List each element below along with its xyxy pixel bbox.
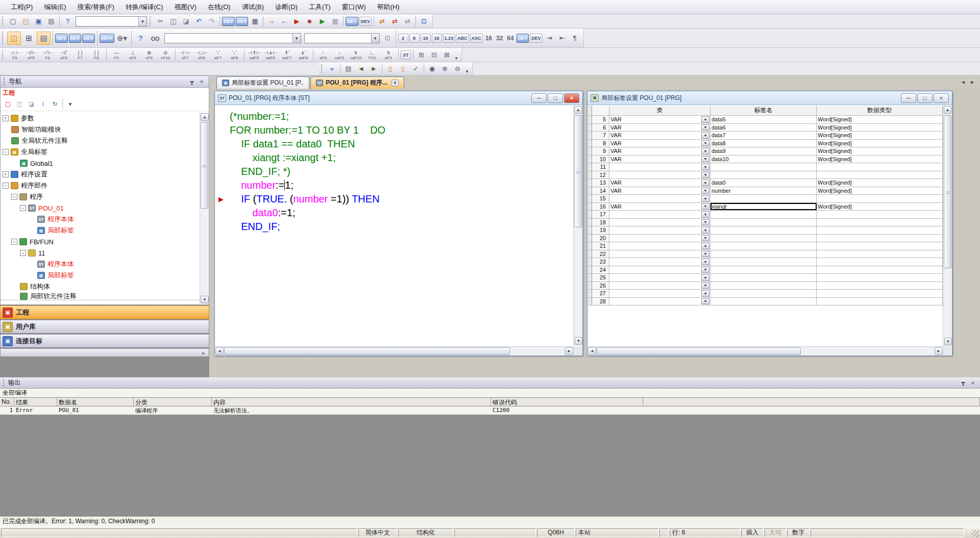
menu-item-3[interactable]: 转换/编译(C) xyxy=(120,0,169,14)
menu-item-8[interactable]: 工具(T) xyxy=(303,0,336,14)
lock-icon[interactable]: ⊡ xyxy=(382,33,394,44)
chevron-down-icon[interactable]: ▼ xyxy=(701,172,709,178)
close-icon[interactable]: × xyxy=(198,78,206,86)
chevron-down-icon[interactable]: ▼ xyxy=(701,156,709,163)
scroll-down-icon[interactable]: ▼ xyxy=(944,338,952,345)
collapse-icon[interactable]: − xyxy=(3,183,9,189)
element-selection-icon[interactable]: ⊞ xyxy=(22,32,36,45)
label-name-cell[interactable] xyxy=(710,211,817,218)
tree-item-程序本体[interactable]: ST程序本体 xyxy=(1,259,200,270)
class-cell[interactable]: ▼ xyxy=(609,219,710,226)
display-real-icon[interactable]: 1.23 xyxy=(443,34,455,43)
scroll-right-icon[interactable]: ► xyxy=(935,347,943,355)
scroll-left-icon[interactable]: ◄ xyxy=(588,347,596,355)
class-cell[interactable]: ▼ xyxy=(609,163,710,171)
data-type-cell[interactable] xyxy=(817,298,943,305)
toolbar-overflow-icon[interactable]: ▾ xyxy=(464,62,470,75)
navigation-window-icon[interactable]: ◫ xyxy=(7,32,21,45)
bookmark-icon[interactable]: ▯ xyxy=(384,63,396,74)
data-type-cell[interactable] xyxy=(817,266,943,274)
label-row-7[interactable]: 7VAR▼data7Word[Signed] xyxy=(588,132,943,140)
menu-item-1[interactable]: 编辑(E) xyxy=(38,0,71,14)
data-type-cell[interactable] xyxy=(817,250,943,258)
class-cell[interactable]: ▼ xyxy=(609,250,710,258)
chevron-down-icon[interactable]: ▼ xyxy=(701,148,709,155)
falling-pulse-close-icon[interactable]: ⊣↡⊢saF6 xyxy=(263,48,278,62)
class-cell[interactable]: ▼ xyxy=(609,258,710,266)
data-type-cell[interactable]: Word[Signed] xyxy=(817,140,943,147)
tree-item-POU_01[interactable]: −STPOU_01 xyxy=(1,202,200,214)
display-hex-icon[interactable]: 16 xyxy=(432,34,442,43)
close-branch-icon[interactable]: ⊣/'sF6 xyxy=(56,48,71,62)
class-cell[interactable]: VAR▼ xyxy=(609,140,710,147)
invert-operation-icon[interactable]: ↑aF5 xyxy=(315,48,331,62)
label-row-8[interactable]: 8VAR▼data8Word[Signed] xyxy=(588,140,943,148)
chevron-down-icon[interactable]: ▼ xyxy=(701,251,709,258)
chevron-down-icon[interactable]: ▼ xyxy=(701,124,709,131)
tree-item-程序[interactable]: −程序 xyxy=(1,191,200,202)
data-type-cell[interactable] xyxy=(817,258,943,266)
application-instruction-icon[interactable]: { }F8 xyxy=(89,48,104,62)
label-row-9[interactable]: 9VAR▼data9Word[Signed] xyxy=(588,147,943,156)
device-test-icon[interactable]: ▦ xyxy=(249,16,261,27)
class-cell[interactable]: VAR▼ xyxy=(609,124,710,132)
scroll-up-icon[interactable]: ▲ xyxy=(201,113,209,121)
display-abc-icon[interactable]: ABC xyxy=(456,34,469,43)
verify-icon[interactable]: ⇄ xyxy=(389,16,401,27)
chevron-down-icon[interactable]: ▼ xyxy=(701,290,709,297)
data-type-cell[interactable] xyxy=(817,226,943,234)
collapse-icon[interactable]: − xyxy=(11,194,17,200)
pin-icon[interactable]: ┳ xyxy=(188,78,196,86)
data-type-cell[interactable]: Word[Signed] xyxy=(817,116,943,123)
tree-item-局部软元件注释[interactable]: 局部软元件注释 xyxy=(1,292,200,300)
data-type-cell[interactable] xyxy=(817,195,943,202)
close-contact-icon[interactable]: ⊣/⊢sF5 xyxy=(23,48,39,62)
rising-pulse-close-icon[interactable]: ⊣↟⊢saF5 xyxy=(247,48,262,62)
menu-item-2[interactable]: 搜索/替换(F) xyxy=(72,0,120,14)
label-name-cell[interactable]: data0 xyxy=(710,179,817,187)
zoom-in-icon[interactable]: ⊕ xyxy=(439,63,451,74)
expand-icon[interactable]: + xyxy=(3,171,9,177)
display-octal-icon[interactable]: 8 xyxy=(409,34,420,43)
end-line-icon[interactable]: ∟F10 xyxy=(364,48,380,62)
coil-icon[interactable]: ( )F7 xyxy=(72,48,88,62)
cross-reference-icon[interactable]: oo xyxy=(149,32,162,45)
data-type-cell[interactable]: Word[Signed] xyxy=(817,203,943,211)
class-cell[interactable]: VAR▼ xyxy=(609,147,710,155)
chevron-down-icon[interactable]: ▼ xyxy=(701,211,709,218)
close-icon[interactable]: × xyxy=(969,379,977,387)
label-name-cell[interactable]: data6 xyxy=(710,124,817,132)
new-project-icon[interactable]: ▢ xyxy=(7,16,19,27)
label-row-13[interactable]: 13VAR▼data0Word[Signed] xyxy=(588,179,943,187)
data-type-cell[interactable] xyxy=(817,242,943,250)
panel-grip[interactable] xyxy=(3,379,5,387)
label-row-15[interactable]: 15▼ xyxy=(588,195,943,203)
chevron-down-icon[interactable]: ▼ xyxy=(701,140,709,147)
chevron-down-icon[interactable]: ▼ xyxy=(701,259,709,265)
read-from-plc-icon[interactable]: ← xyxy=(278,16,290,27)
project-selector-combo[interactable]: ▾ xyxy=(76,16,147,27)
label-row-27[interactable]: 27▼ xyxy=(588,290,943,298)
label-row-26[interactable]: 26▼ xyxy=(588,282,943,290)
label-window-titlebar[interactable]: ▦ 局部标签设置 POU_01 [PRG] ─ □ × xyxy=(587,91,952,105)
tab-scroll-left-icon[interactable]: ◄ xyxy=(959,78,968,86)
find-device-icon[interactable]: ⊕▾ xyxy=(115,32,129,45)
resize-grip[interactable] xyxy=(972,530,979,537)
menu-item-9[interactable]: 窗口(W) xyxy=(336,0,372,14)
tree-item-程序本体[interactable]: ST程序本体 xyxy=(1,214,200,225)
label-row-17[interactable]: 17▼ xyxy=(588,211,943,219)
class-cell[interactable]: VAR▼ xyxy=(609,179,710,187)
display-binary-icon[interactable]: 2 xyxy=(398,34,408,43)
chevron-down-icon[interactable]: ▼ xyxy=(701,227,709,234)
monitor-start-icon[interactable]: ▶ xyxy=(291,16,303,27)
nav-refresh-icon[interactable]: ↻ xyxy=(50,99,60,109)
write-to-plc-icon[interactable]: → xyxy=(265,16,277,27)
convert-operation-icon[interactable]: ↓caF5 xyxy=(332,48,347,62)
label-row-18[interactable]: 18▼ xyxy=(588,219,943,227)
data-type-cell[interactable] xyxy=(817,282,943,290)
label-name-cell[interactable] xyxy=(710,219,817,226)
nav-sort-icon[interactable]: ▾ xyxy=(65,99,76,109)
close-icon[interactable]: × xyxy=(934,93,949,103)
menu-item-0[interactable]: 工程(P) xyxy=(5,0,38,14)
class-cell[interactable]: ▼ xyxy=(609,282,710,290)
